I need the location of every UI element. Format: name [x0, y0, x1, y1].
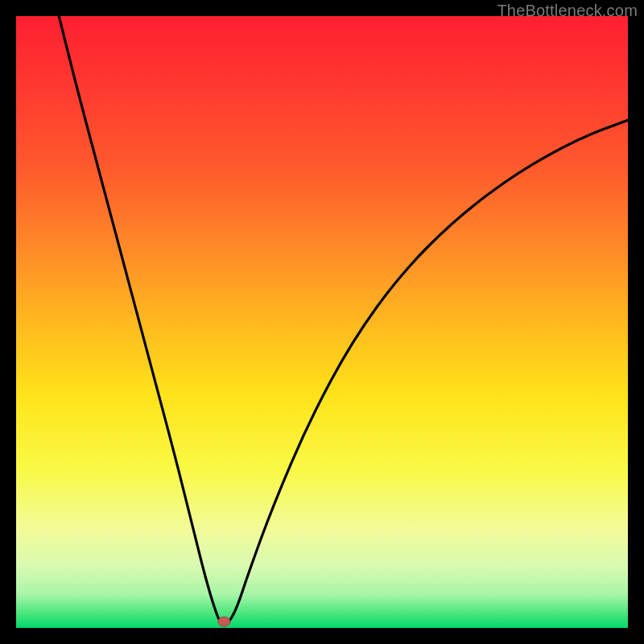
minimum-marker-dot	[218, 617, 230, 626]
bottleneck-chart	[16, 16, 628, 628]
chart-frame	[16, 16, 628, 628]
gradient-background	[16, 16, 628, 628]
watermark-text: TheBottleneck.com	[497, 2, 638, 20]
